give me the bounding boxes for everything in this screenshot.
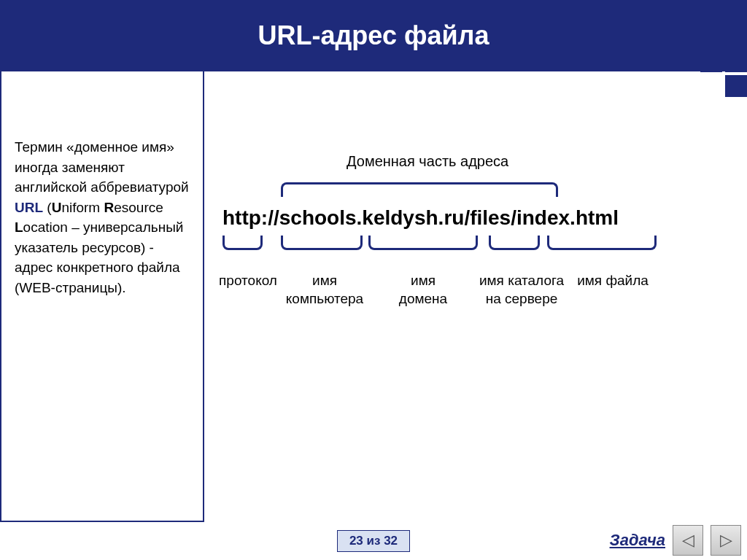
bottom-bracket xyxy=(222,236,263,250)
footer-right: Задача ◁ ▷ xyxy=(610,525,741,556)
abbr-url: URL xyxy=(15,200,43,215)
page-indicator: 23 из 32 xyxy=(337,530,410,552)
footer: 23 из 32 Задача ◁ ▷ xyxy=(0,522,747,560)
bottom-bracket xyxy=(547,236,657,250)
diagram-area: Доменная часть адреса http://schools.kel… xyxy=(204,71,747,522)
bottom-label: имя домена xyxy=(387,272,460,308)
sidebar-text: Термин «доменное имя» иногда заменяют ан… xyxy=(0,71,204,522)
bottom-label: имя каталога на сервере xyxy=(474,272,569,308)
bottom-label: имя компьютера xyxy=(274,272,376,308)
bottom-bracket xyxy=(281,236,363,250)
slide-header: URL-адрес файла xyxy=(0,0,747,71)
decor-left xyxy=(0,0,96,47)
page-title: URL-адрес файла xyxy=(258,20,489,51)
triangle-left-icon: ◁ xyxy=(682,531,694,550)
bottom-label: имя файла xyxy=(576,272,649,290)
top-bracket-label: Доменная часть адреса xyxy=(347,153,508,170)
url-display: http://schools.keldysh.ru/files/index.ht… xyxy=(222,206,619,230)
prev-button[interactable]: ◁ xyxy=(673,525,703,556)
task-link[interactable]: Задача xyxy=(610,531,665,550)
top-bracket xyxy=(281,182,558,197)
sidebar-intro: Термин «доменное имя» иногда заменяют ан… xyxy=(15,139,189,195)
next-button[interactable]: ▷ xyxy=(711,525,741,556)
content-area: Термин «доменное имя» иногда заменяют ан… xyxy=(0,71,747,522)
triangle-right-icon: ▷ xyxy=(720,531,732,550)
bottom-bracket xyxy=(368,236,478,250)
bottom-bracket xyxy=(489,236,540,250)
